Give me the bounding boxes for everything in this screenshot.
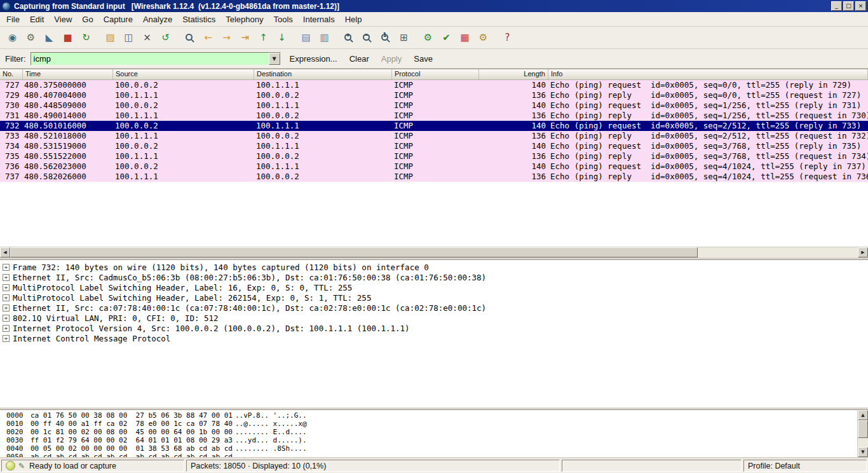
menu-item-help[interactable]: Help (340, 13, 367, 25)
vscrollbar-track[interactable] (858, 438, 868, 447)
zoom-100-button[interactable]: 1 (377, 29, 394, 46)
filter-dropdown-button[interactable]: ▼ (269, 53, 280, 65)
menu-item-file[interactable]: File (1, 13, 25, 25)
open-file-button[interactable]: ▨ (102, 29, 119, 46)
expand-icon[interactable]: + (3, 264, 10, 271)
status-profile-section[interactable]: Profile: Default (743, 460, 867, 472)
help-button[interactable]: ? (499, 29, 516, 46)
menu-item-analyze[interactable]: Analyze (138, 13, 177, 25)
scroll-up-button[interactable]: ▲ (858, 410, 868, 420)
scroll-right-button[interactable]: ▶ (858, 247, 868, 257)
packet-rows: 727480.375000000100.0.0.2100.1.1.1ICMP14… (0, 80, 868, 182)
column-header-length[interactable]: Length (479, 69, 548, 79)
vscrollbar-thumb[interactable] (858, 420, 868, 438)
start-capture-button[interactable]: ◣ (41, 29, 58, 46)
expand-icon[interactable]: + (3, 274, 10, 281)
packet-row[interactable]: 737480.582026000100.1.1.1100.0.0.2ICMP13… (0, 172, 868, 182)
hscrollbar-track[interactable] (698, 247, 858, 257)
capture-filters-button[interactable]: ⚙ (419, 29, 437, 46)
go-to-bottom-button[interactable]: ↓ (273, 29, 290, 46)
close-file-button[interactable]: × (139, 29, 156, 46)
maximize-button[interactable]: □ (843, 1, 854, 11)
display-filters-button[interactable]: ✔ (438, 29, 455, 46)
menu-item-capture[interactable]: Capture (98, 13, 138, 25)
restart-capture-button[interactable]: ↻ (78, 29, 95, 46)
save-button[interactable]: Save (414, 54, 433, 64)
hex-line[interactable]: 002000 1c 81 00 02 00 08 00 45 00 00 64 … (6, 428, 868, 436)
expand-icon[interactable]: + (3, 315, 10, 322)
hex-line[interactable]: 0030ff 01 f2 79 64 00 00 02 64 01 01 01 … (6, 436, 868, 444)
menu-item-view[interactable]: View (49, 13, 77, 25)
packet-row[interactable]: 731480.490014000100.1.1.1100.0.0.2ICMP13… (0, 111, 868, 121)
expand-icon[interactable]: + (3, 294, 10, 301)
column-header-protocol[interactable]: Protocol (392, 69, 479, 79)
save-file-button[interactable]: ◫ (120, 29, 137, 46)
packet-row[interactable]: 729480.407004000100.1.1.1100.0.0.2ICMP13… (0, 90, 868, 100)
zoom-out-button[interactable]: − (358, 29, 376, 46)
auto-scroll-button[interactable]: ▥ (316, 29, 333, 46)
zoom-in-button[interactable]: + (340, 29, 357, 46)
capture-comment-icon[interactable]: ✎ (18, 462, 25, 470)
scroll-down-button[interactable]: ▼ (858, 447, 868, 457)
hex-line[interactable]: 004000 05 00 02 00 00 00 00 01 38 53 68 … (6, 444, 868, 453)
go-to-top-button[interactable]: ↑ (255, 29, 272, 46)
detail-row[interactable]: +Ethernet II, Src: ca:07:78:40:00:1c (ca… (0, 303, 868, 313)
expand-icon[interactable]: + (3, 284, 10, 291)
filter-input[interactable] (31, 52, 281, 65)
detail-row[interactable]: +Internet Protocol Version 4, Src: 100.0… (0, 323, 868, 333)
detail-row[interactable]: +Ethernet II, Src: CadmusCo_b5:06:3b (08… (0, 272, 868, 282)
menu-item-telephony[interactable]: Telephony (220, 13, 268, 25)
vertical-scrollbar[interactable]: ▲ ▼ (857, 410, 868, 457)
hscrollbar-thumb[interactable] (10, 247, 698, 257)
detail-row[interactable]: +MultiProtocol Label Switching Header, L… (0, 292, 868, 303)
column-header-destination[interactable]: Destination (254, 69, 392, 79)
minimize-button[interactable]: _ (831, 1, 842, 11)
packet-row[interactable]: 733480.521018000100.1.1.1100.0.0.2ICMP13… (0, 131, 868, 141)
hex-line[interactable]: 0050ab cd ab cd ab cd ab cd ab cd ab cd … (6, 453, 868, 457)
packet-row[interactable]: 727480.375000000100.0.0.2100.1.1.1ICMP14… (0, 80, 868, 90)
menu-item-internals[interactable]: Internals (298, 13, 340, 25)
menu-item-edit[interactable]: Edit (25, 13, 49, 25)
expand-icon[interactable]: + (3, 335, 10, 342)
hex-line[interactable]: 001000 ff 40 00 a1 ff ca 02 78 e0 00 1c … (6, 420, 868, 428)
capture-options-button[interactable]: ⚙ (22, 29, 39, 46)
find-packet-button[interactable] (181, 29, 198, 46)
list-interfaces-button[interactable]: ◉ (4, 29, 21, 46)
expert-info-icon[interactable] (6, 461, 15, 470)
packet-row[interactable]: 734480.531519000100.0.0.2100.1.1.1ICMP14… (0, 141, 868, 151)
go-back-button[interactable]: ← (200, 29, 217, 46)
column-header-source[interactable]: Source (113, 69, 254, 79)
go-to-packet-button[interactable]: ⇥ (236, 29, 254, 46)
stop-capture-button[interactable]: ■ (59, 29, 76, 46)
column-header-info[interactable]: Info (548, 69, 868, 79)
packet-row[interactable]: 735480.551522000100.1.1.1100.0.0.2ICMP13… (0, 151, 868, 161)
packet-row[interactable]: 730480.448509000100.0.0.2100.1.1.1ICMP14… (0, 100, 868, 111)
detail-row[interactable]: +Internet Control Message Protocol (0, 333, 868, 343)
expression-button[interactable]: Expression... (290, 54, 337, 64)
detail-row[interactable]: +Frame 732: 140 bytes on wire (1120 bits… (0, 262, 868, 272)
colorize-list-button[interactable]: ▤ (297, 29, 315, 46)
menu-item-go[interactable]: Go (77, 13, 98, 25)
horizontal-scrollbar[interactable]: ◀ ▶ (0, 247, 868, 257)
preferences-button[interactable]: ⚙ (475, 29, 492, 46)
detail-row[interactable]: +802.1Q Virtual LAN, PRI: 0, CFI: 0, ID:… (0, 313, 868, 323)
scroll-left-button[interactable]: ◀ (0, 247, 10, 257)
menu-item-tools[interactable]: Tools (268, 13, 297, 25)
coloring-rules-button[interactable]: ▦ (456, 29, 473, 46)
packet-row[interactable]: 736480.562023000100.0.0.2100.1.1.1ICMP14… (0, 161, 868, 172)
clear-button[interactable]: Clear (349, 54, 369, 64)
resize-columns-button[interactable]: ⊞ (395, 29, 412, 46)
go-forward-button[interactable]: → (218, 29, 235, 46)
packet-row[interactable]: 732480.501016000100.0.0.2100.1.1.1ICMP14… (0, 121, 868, 131)
column-header-time[interactable]: Time (23, 69, 113, 79)
filter-label[interactable]: Filter: (5, 54, 26, 64)
apply-button[interactable]: Apply (381, 54, 402, 64)
reload-file-button[interactable]: ↺ (157, 29, 174, 46)
hex-line[interactable]: 0000ca 01 76 50 00 38 08 00 27 b5 06 3b … (6, 411, 868, 420)
close-button[interactable]: × (855, 1, 866, 11)
detail-row[interactable]: +MultiProtocol Label Switching Header, L… (0, 282, 868, 292)
expand-icon[interactable]: + (3, 325, 10, 332)
menu-item-statistics[interactable]: Statistics (177, 13, 220, 25)
column-header-no[interactable]: No. (0, 69, 23, 79)
expand-icon[interactable]: + (3, 305, 10, 312)
